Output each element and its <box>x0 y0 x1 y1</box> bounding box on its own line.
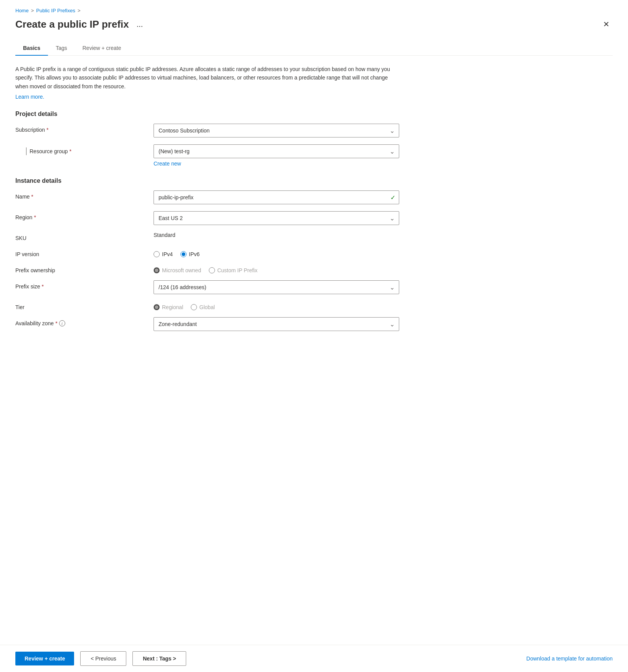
region-control: East US 2 <box>154 211 399 225</box>
previous-button[interactable]: < Previous <box>80 651 126 666</box>
tab-bar: Basics Tags Review + create <box>15 41 613 56</box>
name-required: * <box>31 194 33 200</box>
regional-option[interactable]: Regional <box>154 304 183 310</box>
resource-group-label: Resource group * <box>15 144 146 155</box>
description-text: A Public IP prefix is a range of contigu… <box>15 65 392 91</box>
name-row: Name * ✓ <box>15 190 613 204</box>
ip-version-label: IP version <box>15 248 146 257</box>
subscription-required: * <box>46 127 48 133</box>
tier-row: Tier Regional Global <box>15 301 613 310</box>
ipv4-radio[interactable] <box>154 251 160 257</box>
az-info-icon[interactable]: i <box>59 320 65 326</box>
region-row: Region * East US 2 <box>15 211 613 225</box>
page-header: Create a public IP prefix ... ✕ <box>15 18 613 30</box>
download-template-link[interactable]: Download a template for automation <box>526 655 613 662</box>
subscription-select[interactable]: Contoso Subscription <box>154 124 399 137</box>
prefix-ownership-row: Prefix ownership Microsoft owned Custom … <box>15 264 613 273</box>
tab-basics[interactable]: Basics <box>15 41 48 56</box>
az-required: * <box>55 320 57 326</box>
region-label: Region * <box>15 211 146 220</box>
sku-row: SKU Standard <box>15 232 613 241</box>
next-button[interactable]: Next : Tags > <box>132 651 186 666</box>
breadcrumb: Home > Public IP Prefixes > <box>15 8 613 13</box>
resource-group-select[interactable]: (New) test-rg <box>154 144 399 158</box>
ip-version-row: IP version IPv4 IPv6 <box>15 248 613 257</box>
breadcrumb-home[interactable]: Home <box>15 8 29 13</box>
microsoft-owned-option[interactable]: Microsoft owned <box>154 267 201 273</box>
tier-radio-group: Regional Global <box>154 301 399 310</box>
ipv4-option[interactable]: IPv4 <box>154 251 173 257</box>
global-option[interactable]: Global <box>191 304 215 310</box>
prefix-size-row: Prefix size * /124 (16 addresses) <box>15 280 613 294</box>
breadcrumb-sep1: > <box>31 8 34 13</box>
project-details-title: Project details <box>15 111 613 118</box>
prefix-size-required: * <box>42 283 44 290</box>
review-create-button[interactable]: Review + create <box>15 652 74 665</box>
availability-zone-row: Availability zone * i Zone-redundant <box>15 317 613 331</box>
subscription-control: Contoso Subscription <box>154 124 399 137</box>
sku-value: Standard <box>154 232 399 238</box>
name-label: Name * <box>15 190 146 200</box>
prefix-ownership-radio-group: Microsoft owned Custom IP Prefix <box>154 264 399 273</box>
tab-review-create[interactable]: Review + create <box>75 41 129 56</box>
availability-zone-select[interactable]: Zone-redundant <box>154 317 399 331</box>
footer: Review + create < Previous Next : Tags >… <box>0 645 628 672</box>
resource-group-control: (New) test-rg Create new <box>154 144 399 167</box>
create-new-link[interactable]: Create new <box>154 161 399 167</box>
page-title: Create a public IP prefix <box>15 18 129 30</box>
tier-control: Regional Global <box>154 301 399 310</box>
prefix-size-select[interactable]: /124 (16 addresses) <box>154 280 399 294</box>
close-button[interactable]: ✕ <box>600 18 613 30</box>
prefix-size-control: /124 (16 addresses) <box>154 280 399 294</box>
tab-tags[interactable]: Tags <box>48 41 75 56</box>
microsoft-owned-radio[interactable] <box>154 267 160 273</box>
region-select[interactable]: East US 2 <box>154 211 399 225</box>
name-valid-icon: ✓ <box>390 194 395 201</box>
ellipsis-button[interactable]: ... <box>134 18 146 30</box>
name-control: ✓ <box>154 190 399 204</box>
ip-version-radio-group: IPv4 IPv6 <box>154 248 399 257</box>
learn-more-link[interactable]: Learn more. <box>15 94 44 100</box>
tier-label: Tier <box>15 301 146 310</box>
instance-details-title: Instance details <box>15 177 613 184</box>
global-radio[interactable] <box>191 304 197 310</box>
region-required: * <box>34 214 36 220</box>
availability-zone-control: Zone-redundant <box>154 317 399 331</box>
name-input[interactable] <box>154 190 399 204</box>
ipv6-radio[interactable] <box>180 251 187 257</box>
prefix-size-label: Prefix size * <box>15 280 146 290</box>
custom-ip-prefix-radio[interactable] <box>209 267 215 273</box>
ip-version-control: IPv4 IPv6 <box>154 248 399 257</box>
prefix-ownership-control: Microsoft owned Custom IP Prefix <box>154 264 399 273</box>
prefix-ownership-label: Prefix ownership <box>15 264 146 273</box>
ipv6-option[interactable]: IPv6 <box>180 251 200 257</box>
availability-zone-label: Availability zone * i <box>15 317 146 326</box>
breadcrumb-sep2: > <box>78 8 81 13</box>
regional-radio[interactable] <box>154 304 160 310</box>
subscription-row: Subscription * Contoso Subscription <box>15 124 613 137</box>
custom-ip-prefix-option[interactable]: Custom IP Prefix <box>209 267 258 273</box>
sku-label: SKU <box>15 232 146 241</box>
breadcrumb-section[interactable]: Public IP Prefixes <box>36 8 75 13</box>
resource-group-required: * <box>69 148 71 154</box>
resource-group-row: Resource group * (New) test-rg Create ne… <box>15 144 613 167</box>
subscription-label: Subscription * <box>15 124 146 133</box>
